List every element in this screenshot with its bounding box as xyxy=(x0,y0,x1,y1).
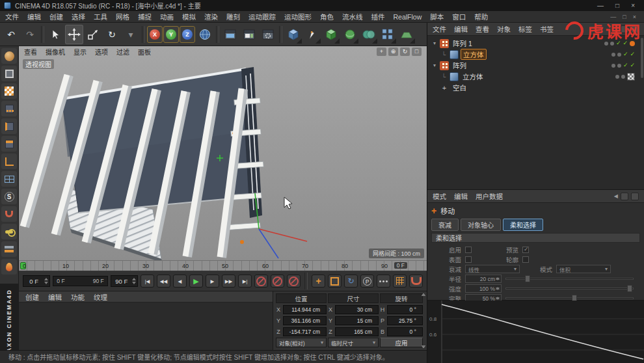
menu-sculpt[interactable]: 雕刻 xyxy=(226,12,240,21)
object-name[interactable]: 阵列 xyxy=(451,60,468,70)
polygons-mode-button[interactable] xyxy=(1,136,17,152)
generator-button[interactable] xyxy=(341,25,359,44)
coordinate-mode-dropdown[interactable]: 对象(相对) xyxy=(276,338,327,347)
object-row-cube1[interactable]: └ 立方体 ✓✓ xyxy=(427,49,644,60)
vp-menu-options[interactable]: 选项 xyxy=(95,47,108,57)
enabled-check-icon[interactable]: ✓ xyxy=(623,40,628,46)
object-row-cube2[interactable]: └ 立方体 xyxy=(427,71,644,82)
size-y-input[interactable]: 15 cm xyxy=(335,316,379,325)
slider-handle[interactable] xyxy=(627,285,632,292)
spinner-icon[interactable] xyxy=(496,276,500,282)
search-icon[interactable] xyxy=(621,193,628,200)
minimize-button[interactable]: — xyxy=(597,2,604,9)
scale-tool-button[interactable] xyxy=(84,25,102,44)
size-mode-dropdown[interactable]: 临时尺寸 xyxy=(328,338,379,347)
menu-character[interactable]: 角色 xyxy=(320,12,334,21)
workplane-button[interactable] xyxy=(1,171,17,187)
om-menu-objects[interactable]: 对象 xyxy=(497,24,511,34)
expand-icon[interactable]: ▾ xyxy=(431,62,438,68)
menu-mesh[interactable]: 网格 xyxy=(116,12,129,21)
record-keyframe-button[interactable] xyxy=(254,275,268,288)
spinner-icon[interactable] xyxy=(44,276,49,286)
am-tab-edit[interactable]: 编辑 xyxy=(454,191,468,201)
visibility-dot[interactable] xyxy=(604,42,608,46)
record-rotation-button[interactable]: ↻ xyxy=(344,275,358,288)
viewport[interactable]: 查看 摄像机 显示 选项 过滤 面板 + ⊕ ↻ □ 透视视图 网格间距 : 1… xyxy=(19,46,427,260)
maximize-button[interactable]: □ xyxy=(615,2,619,9)
viewport-toggle-icon[interactable]: □ xyxy=(412,47,422,56)
frame-range-slider[interactable]: 0 F 90 F xyxy=(53,276,107,286)
edges-mode-button[interactable] xyxy=(1,118,17,134)
enabled-check-icon[interactable]: ✓ xyxy=(630,62,635,68)
mat-menu-edit[interactable]: 编辑 xyxy=(48,292,62,302)
magnet-snap-button[interactable] xyxy=(409,275,423,288)
object-row-array1[interactable]: ▾ 阵列 1 ✓✓ xyxy=(427,38,644,49)
tab-falloff[interactable]: 衰减 xyxy=(431,219,459,231)
menu-create[interactable]: 创建 xyxy=(49,12,63,21)
strength-field[interactable]: 100 % xyxy=(465,284,502,293)
menu-realflow[interactable]: RealFlow xyxy=(394,13,422,21)
om-menu-edit[interactable]: 编辑 xyxy=(454,24,468,34)
mat-menu-function[interactable]: 功能 xyxy=(71,292,85,302)
spinner-icon[interactable] xyxy=(132,276,137,286)
menu-simulate[interactable]: 模拟 xyxy=(182,12,196,21)
autokey-button[interactable] xyxy=(271,275,284,288)
goto-start-button[interactable]: |◀ xyxy=(141,275,154,288)
menu-script[interactable]: 脚本 xyxy=(430,12,444,21)
visibility-dot[interactable] xyxy=(617,53,621,57)
axis-mode-button[interactable] xyxy=(1,154,17,169)
doc-maximize-button[interactable]: □ xyxy=(623,14,626,20)
enable-checkbox[interactable] xyxy=(465,247,472,253)
menu-pipeline[interactable]: 流水线 xyxy=(342,12,363,21)
tab-object-axis[interactable]: 对象轴心 xyxy=(461,219,501,231)
mat-menu-texture[interactable]: 纹理 xyxy=(94,292,107,302)
color-tag-icon[interactable] xyxy=(630,41,635,46)
menu-plugins[interactable]: 插件 xyxy=(371,12,385,21)
end-frame-field[interactable]: 90 F xyxy=(111,275,138,287)
visibility-dot[interactable] xyxy=(617,64,621,68)
live-selection-button[interactable] xyxy=(46,25,64,44)
falloff-dropdown[interactable]: 线性 xyxy=(465,265,520,273)
texture-mode-button[interactable] xyxy=(1,83,17,99)
radius-field[interactable]: 20 cm xyxy=(465,275,502,283)
vp-menu-filter[interactable]: 过滤 xyxy=(116,47,129,57)
next-key-button[interactable]: ▶▶ xyxy=(222,275,235,288)
mat-menu-create[interactable]: 创建 xyxy=(25,292,39,302)
solo-mode-button[interactable] xyxy=(1,189,17,204)
rotation-p-input[interactable]: 25.75 ° xyxy=(387,316,423,325)
om-menu-tags[interactable]: 标签 xyxy=(518,24,532,34)
menu-help[interactable]: 帮助 xyxy=(474,12,488,21)
boole-button[interactable] xyxy=(360,25,378,44)
expand-icon[interactable]: ▾ xyxy=(431,40,438,46)
current-frame-field[interactable]: 0 F xyxy=(23,275,50,287)
redo-button[interactable]: ↷ xyxy=(21,25,39,44)
radius-slider[interactable] xyxy=(505,278,634,280)
outline-checkbox[interactable] xyxy=(522,256,529,263)
goto-end-button[interactable]: ▶| xyxy=(238,275,252,288)
menu-tools[interactable]: 工具 xyxy=(94,12,107,21)
menu-select[interactable]: 选择 xyxy=(72,12,85,21)
object-row-array2[interactable]: ▾ 阵列 ✓✓ xyxy=(427,60,644,71)
visibility-dot[interactable] xyxy=(615,75,619,79)
size-x-input[interactable]: 30 cm xyxy=(335,305,379,314)
position-y-input[interactable]: 361.166 cm xyxy=(283,316,327,325)
object-name[interactable]: 空白 xyxy=(451,83,468,92)
enabled-check-icon[interactable]: ✓ xyxy=(630,51,635,57)
paint-button[interactable] xyxy=(1,259,17,275)
play-button[interactable]: ▶ xyxy=(189,275,203,288)
snap-settings-button[interactable] xyxy=(393,275,407,288)
position-z-input[interactable]: -154.717 cm xyxy=(283,327,327,336)
doc-close-button[interactable]: × xyxy=(633,14,636,20)
size-z-input[interactable]: 165 cm xyxy=(335,327,379,336)
record-pla-button[interactable] xyxy=(377,275,390,288)
enabled-check-icon[interactable]: ✓ xyxy=(623,62,628,68)
record-scale-button[interactable] xyxy=(328,275,342,288)
menu-motion-tracker[interactable]: 运动跟踪 xyxy=(248,12,276,21)
spinner-icon[interactable] xyxy=(496,286,500,291)
am-tab-userdata[interactable]: 用户数据 xyxy=(476,191,503,201)
array-button[interactable] xyxy=(379,25,397,44)
object-name[interactable]: 阵列 1 xyxy=(451,38,474,48)
lock-x-axis-button[interactable]: X xyxy=(147,26,163,43)
strength-slider[interactable] xyxy=(505,288,634,289)
add-cube-button[interactable] xyxy=(284,25,302,44)
